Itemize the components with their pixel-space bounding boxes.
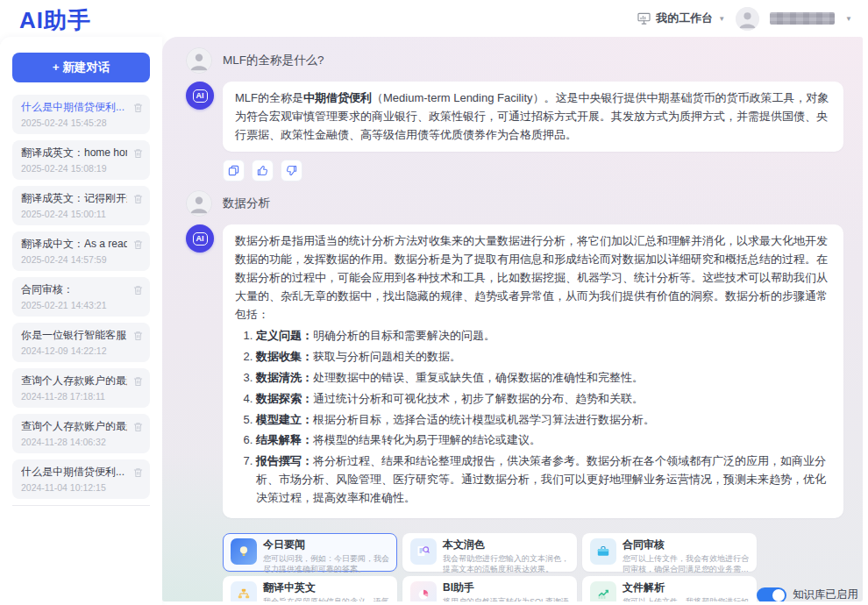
- card-title: 翻译中英文: [263, 581, 389, 594]
- knowledge-base-label: 知识库已启用: [793, 587, 858, 601]
- delete-icon[interactable]: [133, 420, 143, 436]
- user-message: MLF的全称是什么?: [186, 47, 843, 74]
- chevron-down-icon: ▼: [718, 15, 725, 23]
- history-title: 翻译成英文：记得刚开始...: [21, 191, 127, 205]
- user-message-text: 数据分析: [223, 196, 270, 211]
- history-title: 查询个人存款账户的最新...: [21, 419, 127, 433]
- sidebar: + 新建对话 什么是中期借贷便利... 2025-02-24 15:45:28 …: [0, 37, 162, 605]
- username-redacted: [770, 12, 835, 25]
- sidebar-divider: [12, 505, 150, 506]
- history-item[interactable]: 合同审核： 2025-02-21 14:43:21: [12, 277, 150, 317]
- history-item[interactable]: 你是一位银行智能客服，... 2024-12-09 14:22:12: [12, 323, 150, 362]
- history-item[interactable]: 翻译成英文：记得刚开始... 2025-02-24 15:00:11: [12, 186, 150, 225]
- history-time: 2024-11-04 10:12:15: [21, 481, 127, 494]
- analysis-steps-list: 定义问题：明确分析的目标和需要解决的问题。 数据收集：获取与分析问题相关的数据。…: [235, 327, 831, 507]
- monitor-icon: [637, 12, 651, 25]
- ai-message: AI MLF的全称是中期借贷便利（Medium-term Lending Fac…: [186, 82, 843, 152]
- bulb-icon: [231, 538, 257, 565]
- card-desc: 将用户的自然语言转化为SQL查询语句，并直接与数据库进行交互，返回智能推荐的图表…: [443, 596, 569, 601]
- history-time: 2025-02-21 14:43:21: [21, 299, 127, 311]
- history-title: 合同审核：: [21, 282, 127, 296]
- history-title: 翻译成英文：home home: [21, 146, 127, 160]
- chat-panel: MLF的全称是什么? AI MLF的全称是中期借贷便利（Medium-term …: [162, 37, 863, 601]
- card-desc: 我会旨在保留原始信息的含义、语气和风格，以确保翻译的准确性和自然流畅。: [263, 596, 389, 601]
- card-desc: 我会帮助您进行您输入的文本润色，提高文本的流畅度和表达效果。: [443, 553, 569, 574]
- delete-icon[interactable]: [133, 466, 143, 481]
- card-desc: 您可以上传文件，我会有效地进行合同审核，确保合同满足您的业务需求。: [623, 553, 749, 574]
- card-daily-news[interactable]: 今日要闻 您可以问我，例如：今日要闻，我会尽力提供准确和可靠的答案。: [223, 533, 397, 572]
- delete-icon[interactable]: [133, 146, 143, 162]
- top-header: AI助手 我的工作台 ▼ ▼: [0, 0, 868, 37]
- delete-icon[interactable]: [133, 192, 143, 208]
- trend-chart-icon: [590, 581, 616, 601]
- ai-text: MLF的全称是: [235, 91, 303, 104]
- card-file-parsing[interactable]: 文件解析 您可以上传文件，我将帮助您进行如数据处理、信息检索、自动化办公等。: [582, 576, 757, 601]
- history-title: 你是一位银行智能客服，...: [21, 328, 127, 342]
- ai-text-bold: 中期借贷便利: [303, 91, 372, 104]
- app-logo: AI助手: [19, 5, 91, 36]
- quick-actions: 今日要闻 您可以问我，例如：今日要闻，我会尽力提供准确和可靠的答案。 本文润色 …: [223, 533, 843, 601]
- history-time: 2024-11-28 17:18:11: [21, 390, 127, 402]
- delete-icon[interactable]: [133, 238, 143, 253]
- pie-chart-icon: [410, 581, 437, 601]
- list-item: 模型建立：根据分析目标，选择合适的统计模型或机器学习算法进行数据分析。: [256, 411, 831, 430]
- card-desc: 您可以上传文件，我将帮助您进行如数据处理、信息检索、自动化办公等。: [623, 596, 749, 601]
- history-time: 2025-02-24 15:00:11: [21, 208, 127, 220]
- history-time: 2025-02-24 14:57:59: [21, 253, 127, 266]
- card-desc: 您可以问我，例如：今日要闻，我会尽力提供准确和可靠的答案。: [263, 553, 389, 574]
- ai-message-bubble: MLF的全称是中期借贷便利（Medium-term Lending Facili…: [223, 82, 843, 152]
- card-contract-review[interactable]: 合同审核 您可以上传文件，我会有效地进行合同审核，确保合同满足您的业务需求。: [582, 533, 757, 572]
- history-item[interactable]: 什么是中期借贷便利... 2024-11-04 10:12:15: [12, 459, 150, 499]
- card-text-polish[interactable]: 本文润色 我会帮助您进行您输入的文本润色，提高文本的流畅度和表达效果。: [402, 533, 577, 572]
- user-avatar: [186, 190, 212, 217]
- delete-icon[interactable]: [133, 101, 143, 117]
- message-actions: [223, 160, 843, 182]
- card-title: 合同审核: [623, 538, 749, 552]
- toggle-knob: [772, 589, 785, 601]
- history-time: 2024-12-09 14:22:12: [21, 345, 127, 357]
- history-item[interactable]: 翻译成英文：home home 2025-02-24 15:08:19: [12, 140, 150, 180]
- card-title: BI助手: [443, 581, 569, 594]
- new-chat-button[interactable]: + 新建对话: [12, 53, 150, 82]
- card-title: 今日要闻: [263, 538, 389, 552]
- user-message: 数据分析: [186, 190, 843, 217]
- card-bi-assistant[interactable]: BI助手 将用户的自然语言转化为SQL查询语句，并直接与数据库进行交互，返回智能…: [402, 576, 577, 601]
- workspace-label: 我的工作台: [656, 11, 713, 26]
- user-message-text: MLF的全称是什么?: [223, 53, 324, 68]
- history-time: 2025-02-24 15:45:28: [21, 117, 127, 129]
- history-item[interactable]: 查询个人存款账户的最新... 2024-11-28 17:18:11: [12, 368, 150, 408]
- chevron-down-icon[interactable]: ▼: [845, 15, 852, 23]
- history-title: 翻译成中文：As a reader...: [21, 237, 127, 251]
- document-search-icon: [410, 538, 437, 565]
- history-time: 2024-11-28 14:06:32: [21, 436, 127, 448]
- list-item: 数据探索：通过统计分析和可视化技术，初步了解数据的分布、趋势和关联。: [256, 390, 831, 409]
- history-title: 什么是中期借贷便利...: [21, 100, 127, 114]
- delete-icon[interactable]: [133, 329, 143, 345]
- workspace-menu[interactable]: 我的工作台 ▼: [637, 11, 725, 26]
- knowledge-base-toggle-group: 知识库已启用: [757, 587, 858, 601]
- card-translate[interactable]: 翻译中英文 我会旨在保留原始信息的含义、语气和风格，以确保翻译的准确性和自然流畅…: [223, 576, 397, 601]
- delete-icon[interactable]: [133, 283, 143, 299]
- sitemap-icon: [231, 581, 257, 601]
- history-time: 2025-02-24 15:08:19: [21, 162, 127, 174]
- copy-button[interactable]: [223, 160, 245, 182]
- user-avatar[interactable]: [736, 7, 759, 31]
- feature-cards: 今日要闻 您可以问我，例如：今日要闻，我会尽力提供准确和可靠的答案。 本文润色 …: [223, 533, 757, 601]
- history-item[interactable]: 什么是中期借贷便利... 2025-02-24 15:45:28: [12, 95, 150, 134]
- ai-message: AI 数据分析是指用适当的统计分析方法对收集来的大量数据进行分析，将它们加以汇总…: [186, 224, 843, 517]
- thumbs-down-button[interactable]: [281, 160, 302, 182]
- ai-avatar-label: AI: [193, 89, 208, 103]
- delete-icon[interactable]: [133, 374, 143, 390]
- card-title: 本文润色: [443, 538, 569, 552]
- list-item: 报告撰写：将分析过程、结果和结论整理成报告，供决策者参考。数据分析在各个领域都有…: [256, 452, 831, 507]
- list-item: 数据清洗：处理数据中的错误、重复或缺失值，确保数据的准确性和完整性。: [256, 369, 831, 388]
- thumbs-up-button[interactable]: [252, 160, 274, 182]
- ai-avatar: AI: [186, 224, 214, 253]
- history-item[interactable]: 查询个人存款账户的最新... 2024-11-28 14:06:32: [12, 414, 150, 453]
- history-title: 查询个人存款账户的最新...: [21, 374, 127, 388]
- user-avatar: [186, 47, 212, 74]
- knowledge-base-toggle[interactable]: [757, 587, 786, 601]
- list-item: 数据收集：获取与分析问题相关的数据。: [256, 348, 831, 367]
- history-item[interactable]: 翻译成中文：As a reader... 2025-02-24 14:57:59: [12, 231, 150, 271]
- list-item: 定义问题：明确分析的目标和需要解决的问题。: [256, 327, 831, 345]
